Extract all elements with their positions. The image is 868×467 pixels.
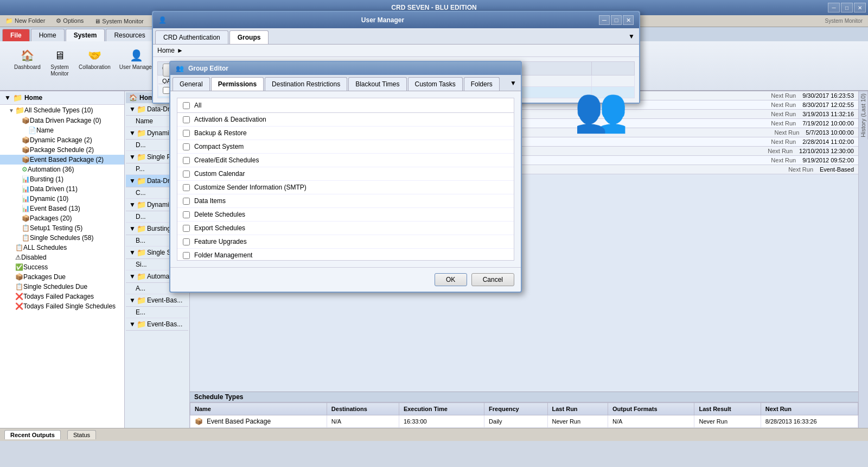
perm-data-items-checkbox[interactable] bbox=[183, 198, 190, 205]
perm-compact-system-checkbox[interactable] bbox=[183, 143, 190, 150]
dialog-tab-dest-restrictions[interactable]: Destination Restrictions bbox=[265, 77, 347, 91]
system-monitor-button[interactable]: 🖥 SystemMonitor bbox=[46, 45, 73, 79]
taskbar-item-options[interactable]: ⚙ Options bbox=[53, 16, 87, 26]
auto-icon: ⚙ bbox=[22, 166, 28, 173]
sidebar-header[interactable]: ▼ 📁 Home bbox=[0, 91, 124, 105]
close-button[interactable]: ✕ bbox=[854, 3, 866, 12]
user-manager-button[interactable]: 👤 User Manager bbox=[116, 45, 157, 79]
tab-status[interactable]: Status bbox=[67, 430, 96, 439]
perm-create-edit-schedules[interactable]: Create/Edit Schedules bbox=[177, 154, 514, 167]
tree-single-schedules[interactable]: 📋 Single Schedules (58) bbox=[0, 233, 124, 243]
cancel-button[interactable]: Cancel bbox=[471, 273, 514, 286]
tree-failed-pkg[interactable]: ❌ Todays Failed Packages bbox=[0, 292, 124, 301]
tree-disabled[interactable]: ⚠ Disabled bbox=[0, 253, 124, 262]
tree-failed-single[interactable]: ❌ Todays Failed Single Schedules bbox=[0, 301, 124, 311]
perm-export-schedules[interactable]: Export Schedules bbox=[177, 222, 514, 235]
perm-activation-checkbox[interactable] bbox=[183, 116, 190, 123]
modal-tab-groups[interactable]: Groups bbox=[229, 30, 269, 44]
modal-close-button[interactable]: ✕ bbox=[623, 15, 634, 25]
perm-customize-smtp-checkbox[interactable] bbox=[183, 184, 190, 191]
dialog-tab-blackout-times[interactable]: Blackout Times bbox=[348, 77, 406, 91]
dialog-tab-folders[interactable]: Folders bbox=[464, 77, 500, 91]
modal-minimize-button[interactable]: ─ bbox=[599, 15, 610, 25]
dashboard-button[interactable]: 🏠 Dashboard bbox=[11, 45, 44, 79]
perm-create-edit-label: Create/Edit Schedules bbox=[194, 156, 259, 164]
tree-package-schedule[interactable]: 📦 Package Schedule (2) bbox=[0, 145, 124, 155]
perm-data-items[interactable]: Data Items bbox=[177, 194, 514, 208]
next-run-value-2: 8/30/2017 12:02:55 bbox=[802, 102, 854, 108]
perm-activation[interactable]: Activation & Deactivation bbox=[177, 113, 514, 127]
expand-icon: ▼ bbox=[129, 105, 136, 113]
perm-export-schedules-checkbox[interactable] bbox=[183, 225, 190, 232]
perm-compact-system[interactable]: Compact System bbox=[177, 140, 514, 154]
cell-name: 📦 Event Based Package bbox=[190, 415, 327, 428]
collaboration-button[interactable]: 🤝 Collaboration bbox=[75, 45, 114, 79]
tree-automation[interactable]: ⚙ Automation (36) bbox=[0, 165, 124, 174]
tab-system[interactable]: System bbox=[66, 29, 105, 41]
perm-folder-management-checkbox[interactable] bbox=[183, 252, 190, 259]
tree-single-due[interactable]: 📋 Single Schedules Due bbox=[0, 282, 124, 292]
tree-item-label: Packages (20) bbox=[30, 214, 72, 222]
tree-data-driven[interactable]: 📊 Data Driven (11) bbox=[0, 184, 124, 194]
tree-all-schedules[interactable]: 📋 ALL Schedules bbox=[0, 243, 124, 253]
nav-home-label[interactable]: Home bbox=[157, 47, 175, 54]
tree-packages[interactable]: 📦 Packages (20) bbox=[0, 213, 124, 223]
tree-bursting[interactable]: 📊 Bursting (1) bbox=[0, 174, 124, 184]
tree-event-based[interactable]: 📊 Event Based (13) bbox=[0, 204, 124, 213]
all-permissions-checkbox[interactable]: All bbox=[177, 98, 514, 113]
perm-feature-upgrades[interactable]: Feature Upgrades bbox=[177, 235, 514, 249]
taskbar-item-system-monitor[interactable]: 🖥 System Monitor bbox=[91, 17, 146, 26]
maximize-button[interactable]: □ bbox=[841, 3, 853, 12]
table-row[interactable]: 📦 Event Based Package N/A 16:33:00 Daily… bbox=[190, 415, 858, 428]
tree-all-schedule-types[interactable]: ▼ 📁 All Schedule Types (10) bbox=[0, 105, 124, 116]
tree-setup1[interactable]: 📋 Setup1 Testing (5) bbox=[0, 223, 124, 233]
dashboard-label: Dashboard bbox=[14, 64, 41, 71]
dialog-tab-more[interactable]: ▼ bbox=[508, 77, 519, 91]
sidebar-home-label[interactable]: Home bbox=[24, 94, 42, 102]
next-run-label-6: Next Run bbox=[771, 138, 796, 145]
dialog-content: All Activation & Deactivation Backup & R… bbox=[170, 91, 521, 267]
modal-tab-dropdown[interactable]: ▼ bbox=[626, 30, 637, 44]
perm-custom-calendar-checkbox[interactable] bbox=[183, 171, 190, 178]
modal-tab-crd-auth[interactable]: CRD Authentication bbox=[155, 30, 228, 44]
perm-delete-schedules[interactable]: Delete Schedules bbox=[177, 208, 514, 222]
ok-button[interactable]: OK bbox=[435, 273, 467, 286]
all-checkbox-input[interactable] bbox=[183, 102, 190, 109]
expand-icon: ▼ bbox=[129, 320, 136, 328]
tree-dynamic[interactable]: 📊 Dynamic (10) bbox=[0, 194, 124, 204]
tree-data-driven-name[interactable]: 📄 Name bbox=[0, 125, 124, 135]
tree-success[interactable]: ✅ Success bbox=[0, 262, 124, 272]
modal-maximize-button[interactable]: □ bbox=[611, 15, 622, 25]
perm-folder-management[interactable]: Folder Management bbox=[177, 249, 514, 261]
perm-feature-upgrades-checkbox[interactable] bbox=[183, 238, 190, 245]
next-run-value-9: Event-Based bbox=[820, 166, 854, 173]
perm-create-edit-checkbox[interactable] bbox=[183, 157, 190, 164]
tree-dynamic-pkg[interactable]: 📦 Dynamic Package (2) bbox=[0, 135, 124, 145]
tree-e-item[interactable]: E... bbox=[126, 307, 188, 318]
dialog-tab-general[interactable]: General bbox=[173, 77, 210, 91]
folder-icon: 📁 bbox=[137, 296, 146, 305]
content-tree-event-bas[interactable]: ▼ 📁 Event-Bas... bbox=[126, 294, 188, 307]
perm-delete-schedules-checkbox[interactable] bbox=[183, 211, 190, 218]
dialog-tab-permissions[interactable]: Permissions bbox=[211, 77, 264, 91]
minimize-button[interactable]: ─ bbox=[828, 3, 840, 12]
tree-item-label: Dynamic Package (2) bbox=[30, 136, 92, 144]
tab-recent-outputs[interactable]: Recent Outputs bbox=[4, 430, 61, 439]
perm-backup-restore-checkbox[interactable] bbox=[183, 130, 190, 137]
perm-custom-calendar[interactable]: Custom Calendar bbox=[177, 167, 514, 181]
tree-data-driven-pkg[interactable]: 📦 Data Driven Package (0) bbox=[0, 116, 124, 125]
dialog-tab-custom-tasks[interactable]: Custom Tasks bbox=[408, 77, 463, 91]
tree-packages-due[interactable]: 📦 Packages Due bbox=[0, 272, 124, 282]
tab-resources[interactable]: Resources bbox=[106, 29, 153, 41]
cell-output-formats: N/A bbox=[608, 415, 694, 428]
tree-event-based-pkg[interactable]: 📦 Event Based Package (2) bbox=[0, 155, 124, 165]
perm-backup-restore[interactable]: Backup & Restore bbox=[177, 127, 514, 140]
packages-icon: 📦 bbox=[22, 214, 30, 222]
tab-file[interactable]: File bbox=[2, 29, 30, 41]
taskbar-item-new-folder[interactable]: 📁 New Folder bbox=[2, 16, 48, 26]
next-run-value-3: 3/19/2013 11:32:16 bbox=[802, 111, 854, 117]
content-tree-event-bas2[interactable]: ▼ 📁 Event-Bas... bbox=[126, 318, 188, 331]
history-tab[interactable]: History (Last 10) bbox=[859, 91, 868, 140]
tab-home[interactable]: Home bbox=[31, 29, 65, 41]
perm-customize-smtp[interactable]: Customize Sender Information (SMTP) bbox=[177, 181, 514, 194]
